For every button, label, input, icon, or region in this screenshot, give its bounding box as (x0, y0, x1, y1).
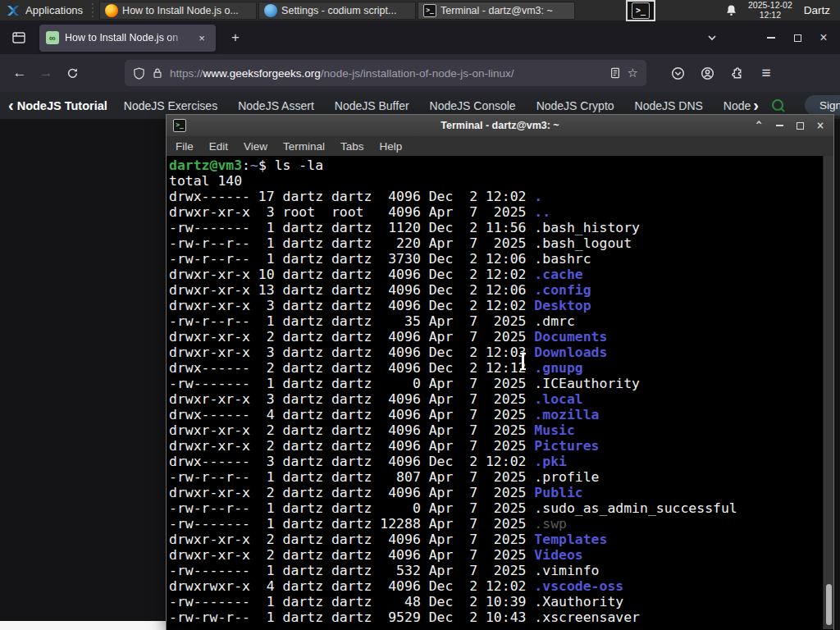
ls-name: Music (534, 422, 574, 438)
ls-meta: drwxr-xr-x 3 root root 4096 Apr 7 2025 (169, 204, 534, 220)
taskbar-button[interactable]: How to Install Node.js o... (99, 2, 257, 20)
ls-meta: -rw------- 1 dartz dartz 12288 Apr 7 202… (169, 516, 534, 532)
gfg-nav-item[interactable]: NodeJS Buffer (335, 99, 409, 112)
gfg-nav-item[interactable]: NodeJS Assert (238, 99, 314, 112)
terminal-maximize-button[interactable] (793, 119, 806, 132)
terminal-menu-help[interactable]: Help (380, 140, 403, 153)
ls-name: .sudo_as_admin_successful (534, 500, 737, 516)
panel-terminal-launcher[interactable]: >_ (626, 0, 655, 21)
taskbar-button-label: Terminal - dartz@vm3: ~ (441, 5, 553, 16)
terminal-menubar: FileEditViewTerminalTabsHelp (167, 136, 833, 156)
shield-icon[interactable] (133, 67, 145, 80)
window-minimize-button[interactable] (758, 27, 784, 48)
terminal-line: -rw-r--r-- 1 dartz dartz 807 Apr 7 2025 … (169, 469, 833, 485)
terminal-menu-edit[interactable]: Edit (209, 140, 228, 153)
terminal-menu-file[interactable]: File (176, 140, 194, 153)
ls-meta: drwxr-xr-x 2 dartz dartz 4096 Apr 7 2025 (169, 485, 534, 500)
terminal-line: drwxrwxr-x 4 dartz dartz 4096 Dec 2 12:0… (169, 578, 833, 594)
terminal-line: drwxr-xr-x 2 dartz dartz 4096 Apr 7 2025… (169, 547, 833, 563)
terminal-minimize-button[interactable] (773, 119, 786, 132)
panel-clock[interactable]: 2025-12-02 12:12 (748, 1, 792, 20)
account-icon[interactable] (694, 60, 720, 86)
gfg-nav-item[interactable]: NodeJS Exercises (124, 99, 217, 112)
ls-name: Pictures (534, 438, 599, 454)
window-close-button[interactable]: × (810, 27, 837, 48)
extensions-puzzle-icon[interactable] (724, 60, 750, 86)
taskbar-button[interactable]: Settings - codium script... (258, 2, 416, 20)
terminal-scrollbar[interactable] (823, 156, 833, 629)
gfg-nav-item-label: NodeJS Buffer (335, 99, 409, 112)
firefox-view-icon[interactable] (7, 25, 31, 50)
ls-meta: drwx------ 4 dartz dartz 4096 Apr 7 2025 (169, 407, 534, 422)
new-tab-button[interactable]: + (224, 26, 247, 49)
tab-close-icon[interactable]: × (194, 30, 209, 45)
ls-meta: drwxr-xr-x 13 dartz dartz 4096 Dec 2 12:… (169, 282, 534, 298)
applications-menu-button[interactable]: Applications (0, 0, 89, 21)
panel-tasklist: How to Install Node.js o...Settings - co… (98, 2, 575, 20)
url-path: /node-js/installation-of-node-js-on-linu… (321, 67, 514, 80)
gfg-nav-item[interactable]: NodeJS Crypto (536, 99, 614, 112)
taskbar-button[interactable]: >_Terminal - dartz@vm3: ~ (418, 2, 575, 20)
terminal-scrollbar-thumb[interactable] (826, 584, 832, 625)
terminal-line: drwx------ 3 dartz dartz 4096 Dec 2 12:0… (169, 454, 833, 469)
terminal-line: -rw------- 1 dartz dartz 0 Apr 7 2025 .I… (169, 376, 833, 391)
list-all-tabs-chevron-icon[interactable] (701, 26, 724, 49)
ls-meta: -rw------- 1 dartz dartz 532 Apr 7 2025 (169, 563, 534, 578)
ls-meta: drwxr-xr-x 2 dartz dartz 4096 Apr 7 2025 (169, 329, 534, 345)
notification-bell-icon[interactable] (722, 2, 740, 20)
panel-handle[interactable] (90, 3, 96, 18)
bookmark-star-icon[interactable]: ☆ (628, 66, 638, 80)
ls-name: .. (534, 204, 550, 220)
ls-name: .Xauthority (534, 594, 623, 609)
terminal-titlebar[interactable]: >_ Terminal - dartz@vm3: ~ ^ × (167, 115, 833, 136)
gfg-nav-item-label: NodeJS Crypto (536, 99, 614, 112)
terminal-content[interactable]: dartz@vm3:~$ ls -la total 140 drwx------… (167, 156, 833, 629)
page-white-strip (0, 621, 166, 630)
ls-name: .vscode-oss (534, 578, 623, 594)
ls-name: .ICEauthority (534, 376, 640, 391)
nav-chevron-left-icon[interactable]: ‹ (8, 96, 14, 115)
gfg-nav-item[interactable]: Node› (724, 96, 759, 115)
distro-logo-icon (6, 3, 21, 18)
ls-meta: drwx------ 3 dartz dartz 4096 Dec 2 12:0… (169, 454, 534, 469)
terminal-menu-tabs[interactable]: Tabs (340, 140, 364, 153)
terminal-icon: >_ (423, 4, 436, 17)
ls-meta: drwx------ 2 dartz dartz 4096 Dec 2 12:1… (169, 360, 534, 376)
browser-tab[interactable]: ∞ How to Install Node.js on × (39, 25, 216, 52)
hamburger-menu-icon[interactable]: ≡ (753, 60, 779, 86)
url-text[interactable]: https://www.geeksforgeeks.org/node-js/in… (170, 67, 603, 80)
window-maximize-button[interactable] (784, 27, 810, 48)
gfg-nav-primary[interactable]: NodeJS Tutorial (17, 99, 107, 112)
codium-icon (264, 4, 277, 17)
firefox-tab-bar: ∞ How to Install Node.js on × + × (0, 21, 840, 54)
ls-meta: drwxr-xr-x 2 dartz dartz 4096 Apr 7 2025 (169, 532, 534, 547)
url-bar[interactable]: https://www.geeksforgeeks.org/node-js/in… (125, 60, 646, 86)
sign-in-button[interactable]: Sign In (805, 95, 840, 116)
gfg-nav-item[interactable]: NodeJS DNS (635, 99, 703, 112)
ls-name: .bash_logout (534, 235, 632, 251)
terminal-menu-terminal[interactable]: Terminal (283, 140, 325, 153)
search-icon[interactable] (770, 95, 787, 116)
ls-meta: -rw-r--r-- 1 dartz dartz 0 Apr 7 2025 (169, 500, 534, 516)
terminal-line: drwxr-xr-x 3 dartz dartz 4096 Dec 2 12:0… (169, 345, 833, 360)
panel-user-label[interactable]: Dartz (804, 4, 830, 16)
terminal-shade-button[interactable]: ^ (752, 119, 765, 132)
gfg-nav-item[interactable]: NodeJS Console (430, 99, 516, 112)
firefox-icon (105, 4, 118, 17)
page-background (0, 119, 166, 630)
ls-meta: drwxr-xr-x 10 dartz dartz 4096 Dec 2 12:… (169, 267, 534, 282)
reader-view-icon[interactable] (609, 67, 621, 79)
ls-name: .mozilla (534, 407, 599, 422)
terminal-close-button[interactable]: × (814, 119, 827, 132)
nav-chevron-right-icon[interactable]: › (753, 96, 759, 115)
lock-icon[interactable] (152, 67, 163, 79)
ls-meta: drwxrwxr-x 4 dartz dartz 4096 Dec 2 12:0… (169, 578, 534, 594)
ls-meta: -rw------- 1 dartz dartz 1120 Dec 2 11:5… (169, 220, 534, 235)
back-button[interactable]: ← (7, 60, 33, 86)
gfg-nav-items: NodeJS ExercisesNodeJS AssertNodeJS Buff… (124, 96, 759, 115)
terminal-menu-view[interactable]: View (244, 140, 267, 153)
ls-name: .local (534, 391, 582, 407)
pocket-icon[interactable] (664, 60, 691, 86)
ls-meta: drwxr-xr-x 2 dartz dartz 4096 Apr 7 2025 (169, 547, 534, 563)
reload-button[interactable] (59, 60, 85, 86)
